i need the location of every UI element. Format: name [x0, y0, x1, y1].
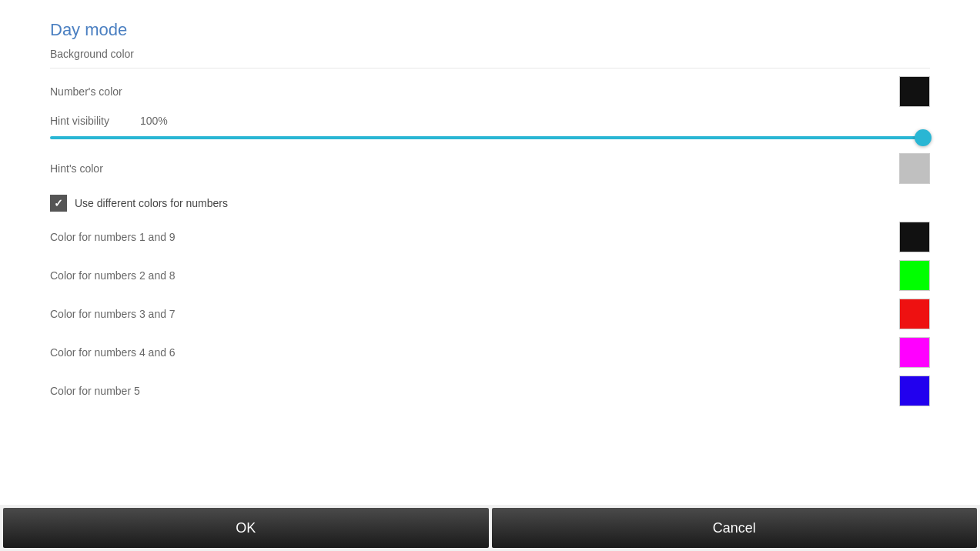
slider-track	[50, 136, 930, 139]
hint-visibility-slider-container[interactable]	[50, 130, 930, 149]
checkbox-checkmark: ✓	[54, 197, 63, 209]
color-row-4: Color for number 5	[50, 372, 930, 410]
slider-thumb[interactable]	[915, 129, 932, 146]
hints-color-swatch[interactable]	[899, 153, 930, 184]
divider-1	[50, 68, 930, 68]
color-swatch-2[interactable]	[899, 299, 930, 329]
color-swatch-3[interactable]	[899, 337, 930, 368]
color-swatch-4[interactable]	[899, 376, 930, 406]
hint-visibility-row: Hint visibility 100%	[50, 112, 930, 130]
color-row-label-1: Color for numbers 2 and 8	[50, 269, 176, 282]
ok-button[interactable]: OK	[3, 508, 489, 548]
numbers-color-swatch[interactable]	[899, 76, 930, 107]
numbers-color-label: Number's color	[50, 85, 122, 98]
numbers-color-row: Number's color	[50, 72, 930, 112]
color-swatch-0[interactable]	[899, 222, 930, 252]
color-row-2: Color for numbers 3 and 7	[50, 295, 930, 333]
hint-visibility-label: Hint visibility	[50, 115, 109, 127]
color-row-label-3: Color for numbers 4 and 6	[50, 346, 176, 359]
color-row-1: Color for numbers 2 and 8	[50, 256, 930, 295]
color-row-label-0: Color for numbers 1 and 9	[50, 231, 176, 243]
color-row-label-4: Color for number 5	[50, 385, 140, 397]
use-different-colors-row[interactable]: ✓ Use different colors for numbers	[50, 189, 930, 218]
hint-visibility-percent: 100%	[140, 115, 168, 127]
section-title: Day mode	[50, 20, 127, 40]
color-row-0: Color for numbers 1 and 9	[50, 218, 930, 256]
cancel-button[interactable]: Cancel	[492, 508, 978, 548]
background-color-label: Background color	[50, 48, 134, 60]
hints-color-row: Hint's color	[50, 149, 930, 189]
use-different-colors-label: Use different colors for numbers	[75, 197, 228, 209]
use-different-colors-checkbox[interactable]: ✓	[50, 195, 67, 212]
footer: OK Cancel	[0, 505, 980, 551]
hints-color-label: Hint's color	[50, 162, 103, 175]
main-content: Day mode Background color Number's color…	[0, 0, 980, 505]
color-row-3: Color for numbers 4 and 6	[50, 333, 930, 372]
color-swatch-1[interactable]	[899, 260, 930, 291]
color-row-label-2: Color for numbers 3 and 7	[50, 308, 176, 320]
